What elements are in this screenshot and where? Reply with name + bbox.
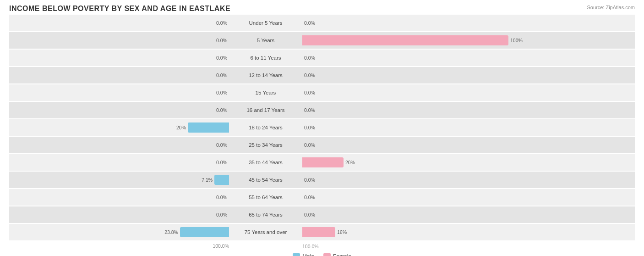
- axis-right: 100.0%: [302, 242, 522, 250]
- bar-label: 12 to 14 Years: [229, 72, 302, 78]
- left-section: 23.8%: [9, 224, 229, 240]
- left-section: 0.0%: [9, 189, 229, 206]
- female-value: 0.0%: [304, 142, 315, 148]
- female-value: 0.0%: [304, 20, 315, 26]
- right-section: 100%: [302, 32, 522, 49]
- female-value: 20%: [345, 160, 355, 165]
- legend-female-label: Female: [333, 253, 351, 256]
- axis-row: 100.0%100.0%: [9, 241, 635, 250]
- left-section: 0.0%: [9, 84, 229, 101]
- right-section: 0.0%: [302, 15, 522, 31]
- male-value: 20%: [176, 125, 186, 130]
- left-section: 0.0%: [9, 50, 229, 66]
- axis-right-label: 100.0%: [302, 244, 319, 249]
- male-value: 0.0%: [216, 72, 227, 78]
- male-value: 0.0%: [216, 142, 227, 148]
- male-value: 0.0%: [216, 160, 227, 165]
- female-value: 0.0%: [304, 107, 315, 113]
- bar-row: 0.0%35 to 44 Years20%: [9, 154, 635, 171]
- legend-male: Male: [293, 253, 314, 256]
- male-value: 0.0%: [216, 212, 227, 217]
- bar-label: 45 to 54 Years: [229, 177, 302, 183]
- female-value: 0.0%: [304, 90, 315, 95]
- bar-row: 0.0%5 Years100%: [9, 32, 635, 49]
- male-value: 0.0%: [216, 195, 227, 200]
- bar-row: 7.1%45 to 54 Years0.0%: [9, 172, 635, 188]
- bar-label: 65 to 74 Years: [229, 212, 302, 217]
- female-value: 0.0%: [304, 55, 315, 61]
- left-section: 0.0%: [9, 137, 229, 153]
- bar-row: 23.8%75 Years and over16%: [9, 224, 635, 240]
- female-bar: [302, 35, 508, 45]
- right-section: 0.0%: [302, 172, 522, 188]
- legend-male-box: [293, 253, 300, 256]
- female-value: 16%: [337, 229, 347, 235]
- bar-row: 0.0%12 to 14 Years0.0%: [9, 67, 635, 83]
- right-section: 0.0%: [302, 137, 522, 153]
- left-section: 0.0%: [9, 15, 229, 31]
- female-value: 0.0%: [304, 177, 315, 183]
- bar-label: 16 and 17 Years: [229, 107, 302, 113]
- bar-label: 55 to 64 Years: [229, 195, 302, 200]
- male-value: 0.0%: [216, 38, 227, 43]
- bar-row: 0.0%65 to 74 Years0.0%: [9, 206, 635, 223]
- left-section: 0.0%: [9, 67, 229, 83]
- chart-title: INCOME BELOW POVERTY BY SEX AND AGE IN E…: [9, 5, 635, 13]
- female-bar: [302, 227, 335, 237]
- bar-label: Under 5 Years: [229, 20, 302, 26]
- bar-row: 0.0%55 to 64 Years0.0%: [9, 189, 635, 206]
- legend-female: Female: [323, 253, 351, 256]
- female-value: 100%: [510, 38, 523, 43]
- bar-label: 35 to 44 Years: [229, 160, 302, 165]
- male-value: 0.0%: [216, 55, 227, 61]
- left-section: 7.1%: [9, 172, 229, 188]
- right-section: 0.0%: [302, 206, 522, 223]
- female-bar: [302, 157, 344, 167]
- right-section: 0.0%: [302, 189, 522, 206]
- right-section: 0.0%: [302, 102, 522, 118]
- bar-label: 15 Years: [229, 90, 302, 95]
- male-value: 23.8%: [164, 229, 178, 235]
- male-bar: [180, 227, 229, 237]
- source-text: Source: ZipAtlas.com: [587, 5, 635, 10]
- left-section: 0.0%: [9, 206, 229, 223]
- male-value: 0.0%: [216, 90, 227, 95]
- male-bar: [188, 122, 229, 133]
- axis-left-label: 100.0%: [213, 243, 229, 249]
- legend-male-label: Male: [302, 253, 314, 256]
- bar-label: 18 to 24 Years: [229, 125, 302, 130]
- bar-row: 0.0%15 Years0.0%: [9, 84, 635, 101]
- male-value: 0.0%: [216, 20, 227, 26]
- chart-area: 0.0%Under 5 Years0.0%0.0%5 Years100%0.0%…: [9, 15, 635, 250]
- right-section: 20%: [302, 154, 522, 171]
- female-value: 0.0%: [304, 195, 315, 200]
- right-section: 0.0%: [302, 119, 522, 136]
- left-section: 0.0%: [9, 154, 229, 171]
- bar-label: 75 Years and over: [229, 229, 302, 235]
- left-section: 20%: [9, 119, 229, 136]
- bar-label: 5 Years: [229, 38, 302, 43]
- bar-label: 6 to 11 Years: [229, 55, 302, 61]
- female-value: 0.0%: [304, 72, 315, 78]
- male-value: 0.0%: [216, 107, 227, 113]
- legend-female-box: [323, 253, 331, 256]
- male-value: 7.1%: [202, 177, 213, 183]
- chart-container: INCOME BELOW POVERTY BY SEX AND AGE IN E…: [0, 0, 644, 256]
- bar-row: 0.0%25 to 34 Years0.0%: [9, 137, 635, 153]
- bar-row: 0.0%16 and 17 Years0.0%: [9, 102, 635, 118]
- female-value: 0.0%: [304, 212, 315, 217]
- left-section: 0.0%: [9, 32, 229, 49]
- axis-left: 100.0%: [9, 243, 229, 249]
- male-bar: [214, 175, 229, 185]
- bar-label: 25 to 34 Years: [229, 142, 302, 148]
- bar-row: 0.0%6 to 11 Years0.0%: [9, 50, 635, 66]
- right-section: 0.0%: [302, 84, 522, 101]
- right-section: 16%: [302, 224, 522, 240]
- female-value: 0.0%: [304, 125, 315, 130]
- left-section: 0.0%: [9, 102, 229, 118]
- right-section: 0.0%: [302, 50, 522, 66]
- right-section: 0.0%: [302, 67, 522, 83]
- bar-row: 20%18 to 24 Years0.0%: [9, 119, 635, 136]
- bar-row: 0.0%Under 5 Years0.0%: [9, 15, 635, 31]
- legend: Male Female: [9, 253, 635, 256]
